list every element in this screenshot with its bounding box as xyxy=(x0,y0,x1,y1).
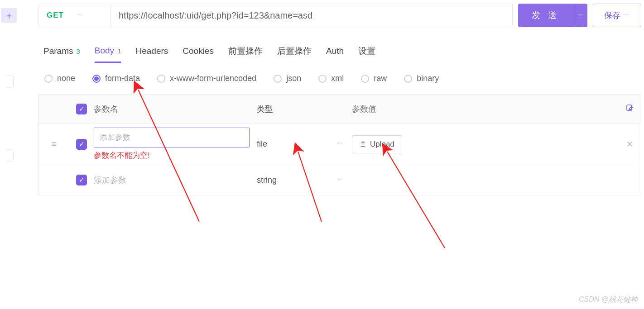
tab-label: 后置操作 xyxy=(277,45,312,57)
tab-body[interactable]: Body 1 xyxy=(95,45,121,63)
body-type-raw[interactable]: raw xyxy=(361,74,387,83)
radio-label: binary xyxy=(417,74,439,83)
radio-label: raw xyxy=(374,74,387,83)
save-button[interactable]: 保存 ﹀ xyxy=(593,4,641,27)
bulk-edit-icon[interactable] xyxy=(625,104,634,114)
chevron-down-icon: ﹀ xyxy=(578,12,583,19)
table-row: ✓ 添加参数 string ﹀ xyxy=(38,165,641,195)
select-all-checkbox[interactable]: ✓ xyxy=(76,104,87,114)
param-type-select[interactable]: file ﹀ xyxy=(257,139,352,149)
tab-post-action[interactable]: 后置操作 xyxy=(277,45,312,62)
tab-pre-action[interactable]: 前置操作 xyxy=(228,45,263,62)
param-name-error: 参数名不能为空! xyxy=(94,150,250,161)
tab-cookies[interactable]: Cookies xyxy=(183,45,214,62)
body-type-xml[interactable]: xml xyxy=(318,74,344,83)
send-button[interactable]: 发 送 xyxy=(518,4,573,27)
radio-label: json xyxy=(286,74,301,83)
table-row: ≡ ✓ 参数名不能为空! file ﹀ Upload ✕ xyxy=(38,124,641,165)
upload-button[interactable]: Upload xyxy=(352,135,402,153)
http-method-label: GET xyxy=(47,11,64,20)
chevron-down-icon: ﹀ xyxy=(624,11,630,19)
chevron-down-icon: ﹀ xyxy=(337,140,343,148)
radio-label: xml xyxy=(331,74,344,83)
radio-icon xyxy=(44,75,53,83)
upload-label: Upload xyxy=(370,140,394,149)
table-header-row: ✓ 参数名 类型 参数值 xyxy=(38,95,641,124)
request-bar: GET ﹀ https://localhost/:uid/get.php?id=… xyxy=(38,4,641,27)
tab-headers[interactable]: Headers xyxy=(135,45,168,62)
upload-icon xyxy=(360,141,366,147)
param-name-input[interactable] xyxy=(94,128,250,147)
radio-icon xyxy=(274,75,282,83)
rail-slot[interactable] xyxy=(5,75,14,88)
plus-icon: ＋ xyxy=(5,10,14,22)
tab-count: 1 xyxy=(117,47,121,55)
tab-label: Params xyxy=(43,46,73,56)
send-dropdown-button[interactable]: ﹀ xyxy=(573,4,587,27)
url-text: https://localhost/:uid/get.php?id=123&na… xyxy=(119,10,312,21)
save-label: 保存 xyxy=(604,10,620,21)
drag-handle-icon[interactable]: ≡ xyxy=(51,139,57,149)
watermark: CSDN @桃花键神 xyxy=(579,295,638,304)
rail-slot[interactable] xyxy=(5,149,14,162)
row-checkbox[interactable]: ✓ xyxy=(76,139,87,150)
col-type-header: 类型 xyxy=(257,104,273,114)
tab-label: 前置操作 xyxy=(228,45,263,57)
radio-icon xyxy=(157,75,165,83)
body-type-x-www[interactable]: x-www-form-urlencoded xyxy=(157,74,256,83)
row-checkbox[interactable]: ✓ xyxy=(76,175,87,185)
tab-label: 设置 xyxy=(358,45,375,57)
radio-icon xyxy=(92,75,101,83)
body-type-json[interactable]: json xyxy=(274,74,301,83)
radio-icon xyxy=(361,75,369,83)
send-label: 发 送 xyxy=(532,10,559,21)
radio-label: none xyxy=(57,74,75,83)
tab-auth[interactable]: Auth xyxy=(326,45,344,62)
delete-row-icon[interactable]: ✕ xyxy=(626,139,633,149)
add-tab-button[interactable]: ＋ xyxy=(1,8,17,23)
col-value-header: 参数值 xyxy=(352,104,376,114)
request-tabs: Params 3 Body 1 Headers Cookies 前置操作 后置操… xyxy=(38,45,641,63)
tab-params[interactable]: Params 3 xyxy=(43,45,80,62)
http-method-select[interactable]: GET ﹀ xyxy=(38,4,111,27)
radio-label: x-www-form-urlencoded xyxy=(170,74,256,83)
body-type-form-data[interactable]: form-data xyxy=(92,74,140,83)
url-input[interactable]: https://localhost/:uid/get.php?id=123&na… xyxy=(111,4,513,27)
body-type-radio-group: none form-data x-www-form-urlencoded jso… xyxy=(38,74,641,83)
chevron-down-icon: ﹀ xyxy=(337,176,343,184)
tab-settings[interactable]: 设置 xyxy=(358,45,375,62)
body-type-binary[interactable]: binary xyxy=(404,74,439,83)
chevron-down-icon: ﹀ xyxy=(77,11,83,19)
radio-icon xyxy=(404,75,412,83)
radio-label: form-data xyxy=(105,74,140,83)
body-type-none[interactable]: none xyxy=(44,74,75,83)
col-name-header: 参数名 xyxy=(94,105,118,114)
param-type-label: string xyxy=(257,176,277,185)
tab-label: Body xyxy=(95,46,114,56)
tab-label: Auth xyxy=(326,46,344,56)
tab-label: Cookies xyxy=(183,46,214,56)
tab-count: 3 xyxy=(76,48,80,55)
param-name-placeholder[interactable]: 添加参数 xyxy=(94,176,126,185)
param-type-label: file xyxy=(257,139,267,149)
tab-label: Headers xyxy=(135,46,168,56)
param-type-select[interactable]: string ﹀ xyxy=(257,176,352,185)
radio-icon xyxy=(318,75,327,83)
form-data-table: ✓ 参数名 类型 参数值 ≡ ✓ 参数名不能为空! file ﹀ xyxy=(38,94,641,195)
